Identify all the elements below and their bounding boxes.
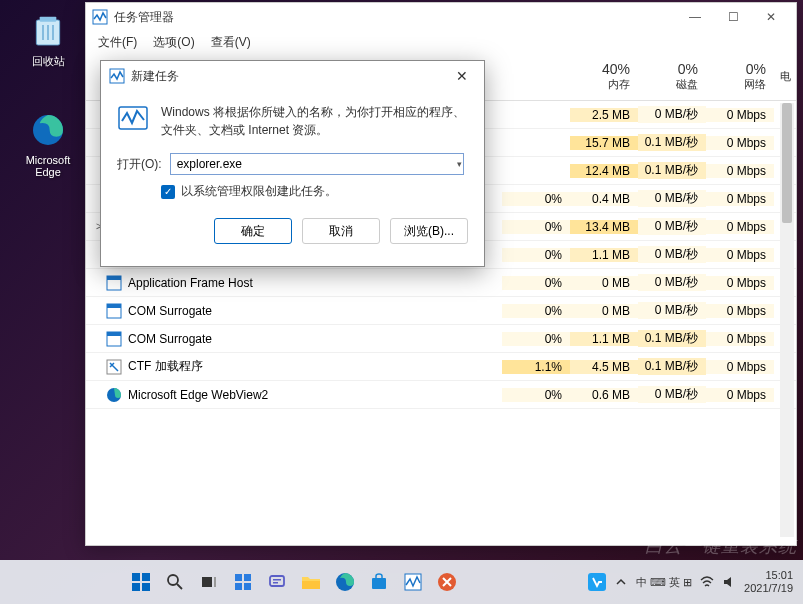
process-row[interactable]: CTF 加载程序1.1%4.5 MB0.1 MB/秒0 Mbps	[86, 353, 796, 381]
process-name: COM Surrogate	[128, 332, 212, 346]
menu-file[interactable]: 文件(F)	[90, 32, 145, 53]
clock-time: 15:01	[744, 569, 793, 582]
header-disk[interactable]: 0%磁盘	[638, 53, 706, 100]
network-cell: 0 Mbps	[706, 164, 774, 178]
process-row[interactable]: COM Surrogate0%1.1 MB0.1 MB/秒0 Mbps	[86, 325, 796, 353]
process-icon	[106, 303, 122, 319]
task-manager-taskbar-icon[interactable]	[399, 568, 427, 596]
header-network[interactable]: 0%网络	[706, 53, 774, 100]
widgets-icon[interactable]	[229, 568, 257, 596]
memory-cell: 1.1 MB	[570, 248, 638, 262]
edge-shortcut[interactable]: Microsoft Edge	[18, 110, 78, 178]
volume-icon[interactable]	[722, 575, 736, 589]
memory-cell: 13.4 MB	[570, 220, 638, 234]
network-cell: 0 Mbps	[706, 332, 774, 346]
svg-rect-22	[132, 583, 140, 591]
disk-cell: 0.1 MB/秒	[638, 358, 706, 375]
task-manager-icon	[92, 9, 108, 25]
process-name: Application Frame Host	[128, 276, 253, 290]
network-cell: 0 Mbps	[706, 388, 774, 402]
edge-label: Microsoft Edge	[18, 154, 78, 178]
admin-checkbox[interactable]: ✓	[161, 185, 175, 199]
svg-rect-29	[244, 574, 251, 581]
browse-button[interactable]: 浏览(B)...	[390, 218, 468, 244]
svg-rect-30	[235, 583, 242, 590]
svg-rect-33	[273, 579, 281, 581]
svg-rect-21	[142, 573, 150, 581]
dialog-titlebar[interactable]: 新建任务 ✕	[101, 61, 484, 91]
network-cell: 0 Mbps	[706, 108, 774, 122]
clock[interactable]: 15:01 2021/7/19	[744, 569, 793, 595]
cpu-cell: 0%	[502, 332, 570, 346]
chat-icon[interactable]	[263, 568, 291, 596]
minimize-button[interactable]: —	[676, 3, 714, 31]
edge-taskbar-icon[interactable]	[331, 568, 359, 596]
disk-cell: 0 MB/秒	[638, 218, 706, 235]
cpu-cell: 0%	[502, 192, 570, 206]
tray-app-icon[interactable]	[588, 573, 606, 591]
disk-cell: 0 MB/秒	[638, 302, 706, 319]
explorer-icon[interactable]	[297, 568, 325, 596]
svg-rect-31	[244, 583, 251, 590]
maximize-button[interactable]: ☐	[714, 3, 752, 31]
svg-rect-28	[235, 574, 242, 581]
cpu-cell: 0%	[502, 304, 570, 318]
memory-cell: 1.1 MB	[570, 332, 638, 346]
taskbar: 中 ⌨ 英 ⊞ 15:01 2021/7/19	[0, 560, 803, 604]
cpu-cell: 0%	[502, 276, 570, 290]
store-icon[interactable]	[365, 568, 393, 596]
header-extra[interactable]: 电	[774, 53, 796, 100]
dialog-close-button[interactable]: ✕	[448, 62, 476, 90]
svg-rect-26	[202, 577, 212, 587]
search-icon[interactable]	[161, 568, 189, 596]
svg-rect-20	[132, 573, 140, 581]
menu-options[interactable]: 选项(O)	[145, 32, 202, 53]
process-name: CTF 加载程序	[128, 358, 203, 375]
process-icon	[106, 359, 122, 375]
start-button[interactable]	[127, 568, 155, 596]
wifi-icon[interactable]	[700, 575, 714, 589]
process-row[interactable]: Application Frame Host0%0 MB0 MB/秒0 Mbps	[86, 269, 796, 297]
ime-indicator[interactable]: 中 ⌨ 英 ⊞	[636, 575, 692, 590]
svg-rect-37	[372, 578, 386, 589]
network-cell: 0 Mbps	[706, 248, 774, 262]
open-input[interactable]	[170, 153, 464, 175]
network-cell: 0 Mbps	[706, 220, 774, 234]
system-tray[interactable]: 中 ⌨ 英 ⊞ 15:01 2021/7/19	[588, 569, 803, 595]
svg-rect-40	[588, 573, 606, 591]
process-row[interactable]: Microsoft Edge WebView20%0.6 MB0 MB/秒0 M…	[86, 381, 796, 409]
open-label: 打开(O):	[117, 156, 162, 173]
ok-button[interactable]: 确定	[214, 218, 292, 244]
disk-cell: 0.1 MB/秒	[638, 330, 706, 347]
close-app-icon[interactable]	[433, 568, 461, 596]
titlebar[interactable]: 任务管理器 — ☐ ✕	[86, 3, 796, 31]
memory-cell: 4.5 MB	[570, 360, 638, 374]
edge-icon	[28, 110, 68, 150]
window-title: 任务管理器	[114, 9, 676, 26]
svg-rect-32	[270, 576, 284, 586]
header-memory[interactable]: 40%内存	[570, 53, 638, 100]
memory-cell: 0 MB	[570, 304, 638, 318]
new-task-dialog: 新建任务 ✕ Windows 将根据你所键入的名称，为你打开相应的程序、文件夹、…	[100, 60, 485, 267]
process-name: Microsoft Edge WebView2	[128, 388, 268, 402]
scrollbar[interactable]	[780, 103, 794, 537]
svg-point-24	[168, 575, 178, 585]
scrollbar-thumb[interactable]	[782, 103, 792, 223]
task-view-icon[interactable]	[195, 568, 223, 596]
menu-view[interactable]: 查看(V)	[203, 32, 259, 53]
close-button[interactable]: ✕	[752, 3, 790, 31]
network-cell: 0 Mbps	[706, 136, 774, 150]
recycle-bin[interactable]: 回收站	[18, 10, 78, 69]
cancel-button[interactable]: 取消	[302, 218, 380, 244]
memory-cell: 0 MB	[570, 276, 638, 290]
dialog-description: Windows 将根据你所键入的名称，为你打开相应的程序、文件夹、文档或 Int…	[161, 103, 468, 139]
svg-rect-1	[40, 17, 57, 22]
chevron-up-icon[interactable]	[614, 575, 628, 589]
disk-cell: 0 MB/秒	[638, 274, 706, 291]
svg-rect-34	[273, 582, 278, 584]
svg-rect-15	[107, 332, 121, 336]
disk-cell: 0 MB/秒	[638, 190, 706, 207]
memory-cell: 15.7 MB	[570, 136, 638, 150]
process-row[interactable]: COM Surrogate0%0 MB0 MB/秒0 Mbps	[86, 297, 796, 325]
recycle-bin-icon	[28, 10, 68, 50]
